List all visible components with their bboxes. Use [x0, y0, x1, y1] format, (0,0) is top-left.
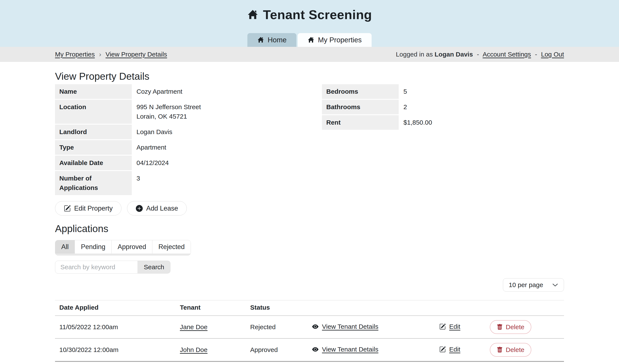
view-tenant-details-link[interactable]: View Tenant Details	[312, 346, 378, 353]
detail-label: Available Date	[55, 155, 132, 170]
detail-value: 995 N Jefferson Street Lorain, OK 45721	[132, 100, 201, 124]
property-details-right: Bedrooms 5 Bathrooms 2 Rent $1,850.00	[310, 84, 564, 196]
delete-label: Delete	[506, 323, 524, 331]
delete-label: Delete	[506, 346, 524, 353]
detail-value: 5	[399, 84, 407, 99]
status-filter-group: All Pending Approved Rejected	[55, 240, 191, 255]
page-title: Tenant Screening	[247, 7, 372, 22]
property-details-left: Name Cozy Apartment Location 995 N Jeffe…	[55, 84, 310, 196]
app-title-text: Tenant Screening	[263, 7, 372, 22]
app-header: Tenant Screening Home My Properties	[0, 0, 619, 47]
breadcrumb-my-properties[interactable]: My Properties	[55, 51, 95, 58]
edit-property-label: Edit Property	[74, 205, 113, 212]
breadcrumb: My Properties›View Property Details	[55, 51, 167, 58]
application-row: 10/30/2022 12:00am John Doe Approved Vie…	[55, 338, 564, 362]
view-tenant-details-label: View Tenant Details	[322, 323, 378, 330]
detail-value: $1,850.00	[399, 115, 432, 130]
add-lease-label: Add Lease	[146, 205, 178, 212]
detail-label: Type	[55, 140, 132, 155]
detail-label: Rent	[322, 115, 399, 130]
filter-all[interactable]: All	[55, 240, 75, 253]
column-actions	[490, 300, 564, 316]
main-content: View Property Details Name Cozy Apartmen…	[55, 71, 564, 364]
tab-my-properties[interactable]: My Properties	[298, 33, 372, 47]
detail-row: Location 995 N Jefferson Street Lorain, …	[55, 100, 310, 124]
detail-value: Cozy Apartment	[132, 84, 182, 99]
house-icon	[247, 9, 258, 20]
detail-row: Available Date 04/12/2024	[55, 155, 310, 170]
applications-heading: Applications	[55, 223, 564, 234]
address-line-1: 995 N Jefferson Street	[137, 102, 201, 112]
column-actions	[312, 300, 439, 316]
table-header-row: Date Applied Tenant Status	[55, 300, 564, 316]
tab-label: Home	[267, 36, 286, 44]
view-tenant-details-link[interactable]: View Tenant Details	[312, 323, 378, 330]
house-icon	[257, 37, 264, 43]
date-applied-cell: 10/30/2022 12:00am	[55, 338, 180, 362]
detail-row: Bathrooms 2	[322, 100, 564, 114]
dash: -	[535, 51, 537, 58]
trash-icon	[497, 347, 503, 353]
view-tenant-details-label: View Tenant Details	[322, 346, 378, 353]
search-row: Search	[55, 261, 564, 274]
dash: -	[477, 51, 479, 58]
per-page-select[interactable]: 10 per page	[503, 278, 564, 292]
detail-row: Name Cozy Apartment	[55, 84, 310, 99]
topbar: My Properties›View Property Details Logg…	[0, 47, 619, 62]
detail-row: Rent $1,850.00	[322, 115, 564, 130]
detail-label: Landlord	[55, 125, 132, 139]
eye-icon	[312, 323, 319, 330]
edit-link[interactable]: Edit	[439, 346, 460, 353]
delete-button[interactable]: Delete	[490, 320, 531, 334]
user-name: Logan Davis	[435, 51, 473, 58]
date-applied-cell: 11/05/2022 12:00am	[55, 316, 180, 338]
delete-button[interactable]: Delete	[490, 343, 531, 357]
property-details: Name Cozy Apartment Location 995 N Jeffe…	[55, 84, 564, 196]
detail-row: Number of Applications 3	[55, 171, 310, 195]
pencil-square-icon	[439, 323, 446, 330]
pencil-square-icon	[439, 346, 446, 353]
date-applied-cell: 10/15/2022 12:00am	[55, 362, 180, 364]
house-icon	[308, 37, 314, 43]
detail-label: Bedrooms	[322, 84, 399, 99]
status-text: Rejected	[250, 316, 312, 338]
filter-rejected[interactable]: Rejected	[152, 240, 191, 253]
edit-link[interactable]: Edit	[439, 323, 460, 330]
account-settings-link[interactable]: Account Settings	[482, 51, 531, 58]
filter-pending[interactable]: Pending	[75, 240, 111, 253]
edit-property-button[interactable]: Edit Property	[55, 201, 121, 215]
detail-label: Name	[55, 84, 132, 99]
main-tabs: Home My Properties	[247, 33, 372, 47]
detail-label: Bathrooms	[322, 100, 399, 114]
detail-value: Logan Davis	[132, 125, 172, 139]
search-input[interactable]	[55, 261, 138, 274]
add-lease-button[interactable]: Add Lease	[127, 201, 187, 215]
logged-in-text: Logged in as	[396, 51, 433, 58]
detail-row: Bedrooms 5	[322, 84, 564, 99]
breadcrumb-view-property-details[interactable]: View Property Details	[106, 51, 167, 58]
tab-home[interactable]: Home	[247, 33, 296, 47]
edit-label: Edit	[449, 346, 460, 353]
breadcrumb-separator: ›	[99, 51, 101, 58]
account-area: Logged in as Logan Davis - Account Setti…	[396, 51, 564, 58]
per-page-value: 10 per page	[509, 281, 543, 289]
tab-label: My Properties	[318, 36, 362, 44]
tenant-link[interactable]: John Doe	[180, 346, 207, 353]
edit-label: Edit	[449, 323, 460, 330]
status-text: Pending	[250, 362, 312, 364]
eye-icon	[312, 346, 319, 353]
tenant-link[interactable]: Jane Doe	[180, 323, 207, 331]
application-row: 10/15/2022 12:00am Robert Doe Pending Vi…	[55, 362, 564, 364]
per-page-row: 10 per page	[55, 278, 564, 292]
detail-label: Number of Applications	[55, 171, 132, 195]
column-date-applied: Date Applied	[55, 300, 180, 316]
log-out-link[interactable]: Log Out	[541, 51, 564, 58]
applications-table: Date Applied Tenant Status 11/05/2022 12…	[55, 300, 564, 364]
view-property-details-heading: View Property Details	[55, 71, 564, 82]
search-button[interactable]: Search	[138, 261, 170, 274]
column-actions	[439, 300, 490, 316]
filter-approved[interactable]: Approved	[111, 240, 152, 253]
address-line-2: Lorain, OK 45721	[137, 112, 201, 121]
plus-circle-icon	[136, 205, 143, 212]
pencil-square-icon	[64, 205, 71, 212]
